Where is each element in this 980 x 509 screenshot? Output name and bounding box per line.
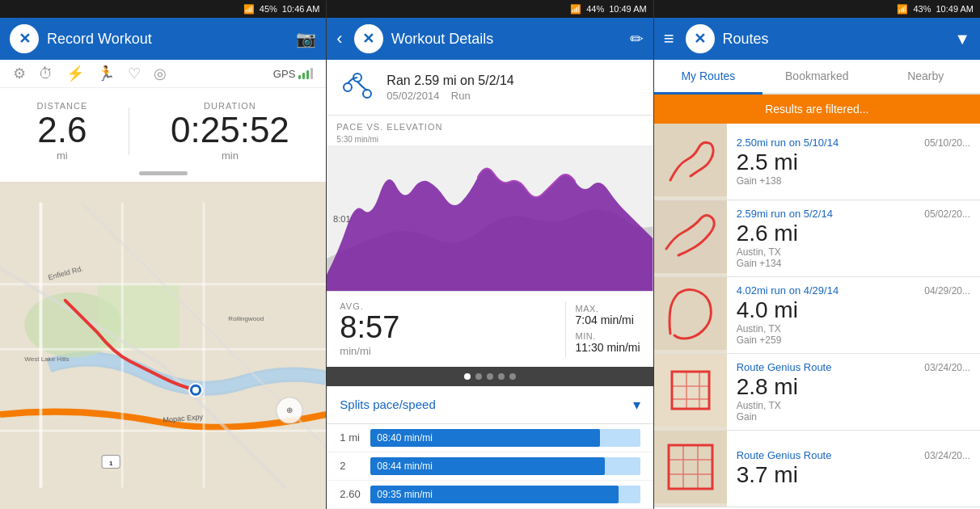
split-row-2: 2 08:44 min/mi bbox=[327, 452, 653, 481]
dot-3[interactable] bbox=[487, 373, 493, 380]
splits-title: Splits pace/speed bbox=[340, 398, 435, 411]
route-item-5[interactable]: Route Genius Route 03/24/20... 3.7 mi bbox=[654, 431, 980, 507]
tab-my-routes[interactable]: My Routes bbox=[654, 60, 762, 95]
status-bar-1: 📶 45% 10:46 AM bbox=[0, 0, 326, 18]
svg-text:8:01: 8:01 bbox=[333, 214, 351, 224]
split-mile-3: 2.60 bbox=[340, 488, 364, 500]
route-meta-3: 4.02mi run on 4/29/14 04/29/20... bbox=[737, 284, 970, 297]
panel-workout-details: 📶 44% 10:49 AM ‹ ✕ Workout Details ✏ Ran… bbox=[326, 0, 653, 509]
route-name-5[interactable]: Route Genius Route bbox=[737, 449, 832, 461]
route-meta-4: Route Genius Route 03/24/20... bbox=[737, 361, 970, 373]
split-bar-1: 08:40 min/mi bbox=[370, 429, 640, 447]
route-item-3[interactable]: 4.02mi run on 4/29/14 04/29/20... 4.0 mi… bbox=[654, 277, 980, 354]
dot-5[interactable] bbox=[509, 373, 516, 380]
split-mile-1: 1 mi bbox=[340, 431, 364, 444]
svg-rect-18 bbox=[654, 124, 727, 196]
filter-banner: Results are filtered... bbox=[654, 95, 980, 124]
distance-value: 2.6 bbox=[37, 111, 87, 149]
route-meta-5: Route Genius Route 03/24/20... bbox=[737, 449, 970, 461]
battery-3: 43% bbox=[913, 4, 931, 14]
min-value: 11:30 min/mi bbox=[576, 341, 640, 354]
workout-type: Run bbox=[451, 90, 471, 102]
chart-area: 8:01 bbox=[327, 145, 653, 291]
camera-icon[interactable]: 📷 bbox=[296, 29, 316, 48]
dot-2[interactable] bbox=[475, 373, 482, 380]
menu-button[interactable]: ≡ bbox=[664, 28, 674, 49]
route-thumb-2 bbox=[654, 200, 727, 276]
settings-icon[interactable]: ⚙ bbox=[13, 65, 26, 82]
scroll-pill bbox=[139, 171, 188, 175]
svg-point-4 bbox=[192, 387, 199, 393]
route-gain-1: Gain +138 bbox=[737, 175, 970, 187]
route-name-3[interactable]: 4.02mi run on 4/29/14 bbox=[737, 284, 838, 297]
time-2: 10:49 AM bbox=[609, 4, 646, 14]
stats-bottom: AVG. 8:57 min/mi MAX. 7:04 min/mi MIN. 1… bbox=[327, 291, 653, 367]
chart-section: PACE vs. ELEVATION 5:30 min/mi 8:01 bbox=[327, 116, 653, 291]
dot-4[interactable] bbox=[498, 373, 505, 380]
route-name-2[interactable]: 2.59mi run on 5/2/14 bbox=[737, 208, 833, 220]
time-3: 10:49 AM bbox=[936, 4, 974, 14]
heart-icon[interactable]: ♡ bbox=[128, 65, 141, 82]
gps-label: GPS bbox=[273, 68, 295, 80]
route-distance-3: 4.0 mi bbox=[737, 297, 970, 324]
dot-1[interactable] bbox=[464, 373, 471, 380]
workout-date-type: 05/02/2014 Run bbox=[387, 90, 513, 102]
run-icon[interactable]: 🏃 bbox=[97, 65, 115, 82]
route-item-4[interactable]: Route Genius Route 03/24/20... 2.8 mi Au… bbox=[654, 354, 980, 431]
stats-row: DISTANCE 2.6 mi DURATION 0:25:52 min bbox=[0, 88, 326, 168]
time-1: 10:46 AM bbox=[282, 4, 319, 14]
route-gain-4: Gain bbox=[737, 411, 970, 423]
edit-icon[interactable]: ✏ bbox=[630, 29, 644, 48]
route-name-4[interactable]: Route Genius Route bbox=[737, 361, 832, 373]
split-pace-2: 08:44 min/mi bbox=[377, 461, 433, 472]
split-row-3: 2.60 09:35 min/mi bbox=[327, 481, 653, 509]
duration-value: 0:25:52 bbox=[171, 111, 289, 149]
split-row-1: 1 mi 08:40 min/mi bbox=[327, 424, 653, 452]
tab-bookmarked[interactable]: Bookmarked bbox=[762, 60, 871, 95]
stat-avg-block: AVG. 8:57 min/mi bbox=[340, 301, 555, 357]
tab-nearby[interactable]: Nearby bbox=[872, 60, 980, 95]
route-thumb-3 bbox=[654, 277, 727, 353]
split-pace-1: 08:40 min/mi bbox=[377, 432, 433, 444]
timer-icon[interactable]: ⏱ bbox=[39, 65, 53, 82]
stat-minmax-block: MAX. 7:04 min/mi MIN. 11:30 min/mi bbox=[565, 301, 640, 357]
app-title-3: Routes bbox=[723, 31, 947, 48]
routes-tabs: My Routes Bookmarked Nearby bbox=[654, 60, 980, 95]
svg-text:1: 1 bbox=[109, 460, 113, 467]
filter-icon[interactable]: ▼ bbox=[954, 30, 970, 48]
route-thumb-4 bbox=[654, 354, 727, 430]
splits-header[interactable]: Splits pace/speed ▾ bbox=[327, 386, 653, 424]
route-details-3: 4.02mi run on 4/29/14 04/29/20... 4.0 mi… bbox=[727, 277, 980, 353]
route-details-2: 2.59mi run on 5/2/14 05/02/20... 2.6 mi … bbox=[727, 200, 980, 276]
route-path-icon bbox=[341, 71, 374, 103]
route-name-1[interactable]: 2.50mi run on 5/10/14 bbox=[737, 137, 838, 149]
routes-list: 2.50mi run on 5/10/14 05/10/20... 2.5 mi… bbox=[654, 124, 980, 509]
app-logo-1: ✕ bbox=[10, 24, 39, 53]
avg-value: 8:57 bbox=[340, 311, 555, 345]
split-bar-2: 08:44 min/mi bbox=[370, 457, 640, 475]
route-date-1: 05/10/20... bbox=[924, 137, 970, 149]
stats-divider bbox=[129, 107, 129, 155]
flash-icon[interactable]: ⚡ bbox=[66, 65, 84, 82]
duration-unit: min bbox=[222, 149, 239, 162]
route-item-1[interactable]: 2.50mi run on 5/10/14 05/10/20... 2.5 mi… bbox=[654, 124, 980, 200]
battery-1: 45% bbox=[260, 4, 277, 14]
target-icon[interactable]: ◎ bbox=[154, 65, 167, 82]
svg-point-15 bbox=[363, 90, 371, 98]
workout-distance-text: Ran 2.59 mi on 5/2/14 bbox=[387, 74, 513, 88]
map-container[interactable]: ⊕ Enfield Rd. Mopac Expy West Lake Hills… bbox=[0, 182, 326, 509]
gps-status: GPS bbox=[273, 68, 313, 80]
scroll-indicator bbox=[0, 168, 326, 182]
route-distance-5: 3.7 mi bbox=[737, 461, 970, 489]
route-location-3: Austin, TX bbox=[737, 323, 970, 334]
status-bar-2: 📶 44% 10:49 AM bbox=[327, 0, 653, 18]
toolbar-icons: ⚙ ⏱ ⚡ 🏃 ♡ ◎ GPS bbox=[0, 60, 326, 88]
back-button-2[interactable]: ‹ bbox=[336, 28, 342, 49]
route-meta-1: 2.50mi run on 5/10/14 05/10/20... bbox=[737, 137, 970, 149]
app-logo-2: ✕ bbox=[354, 24, 383, 53]
route-location-2: Austin, TX bbox=[737, 246, 970, 258]
route-item-2[interactable]: 2.59mi run on 5/2/14 05/02/20... 2.6 mi … bbox=[654, 200, 980, 277]
status-bar-3: 📶 43% 10:49 AM bbox=[654, 0, 980, 18]
stat-duration: DURATION 0:25:52 min bbox=[171, 101, 289, 162]
svg-rect-19 bbox=[654, 200, 727, 273]
